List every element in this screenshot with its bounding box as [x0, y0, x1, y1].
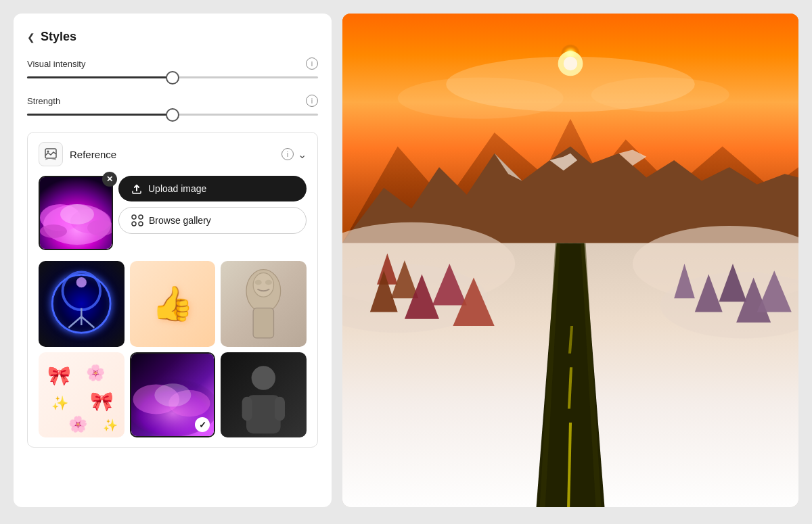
- visual-intensity-fill: [27, 76, 173, 78]
- gallery-item-3[interactable]: [221, 261, 307, 347]
- gallery-image-person-dark: [221, 352, 307, 438]
- visual-intensity-track[interactable]: [27, 76, 318, 78]
- visual-intensity-info-icon[interactable]: i: [306, 57, 318, 70]
- svg-point-22: [265, 280, 272, 285]
- svg-point-32: [154, 383, 191, 406]
- purple-clouds-svg: [40, 177, 113, 250]
- selected-reference-image: [39, 176, 113, 250]
- reference-image-icon: [44, 147, 58, 161]
- reference-controls: i ⌄: [281, 148, 307, 161]
- gallery-item-5[interactable]: ✓: [130, 352, 216, 438]
- svg-point-33: [252, 366, 275, 389]
- gallery-image-sculpture: [221, 261, 307, 347]
- selected-image-container: ✕: [39, 176, 113, 250]
- browse-gallery-button[interactable]: Browse gallery: [118, 207, 307, 234]
- visual-intensity-thumb[interactable]: [166, 71, 179, 85]
- right-panel: [342, 14, 798, 507]
- gallery-grid: 👍: [39, 261, 307, 437]
- svg-point-1: [47, 151, 49, 153]
- svg-point-6: [60, 204, 94, 224]
- svg-text:🎀: 🎀: [90, 390, 114, 412]
- visual-intensity-section: Visual intensity i: [27, 57, 318, 78]
- svg-text:🎀: 🎀: [47, 364, 71, 387]
- browse-gallery-label: Browse gallery: [149, 215, 211, 226]
- svg-point-12: [139, 222, 143, 226]
- svg-point-10: [139, 215, 143, 219]
- gallery-item-2[interactable]: 👍: [130, 261, 216, 347]
- purple-clouds-preview: [40, 177, 112, 249]
- styles-header: ❮ Styles: [27, 30, 318, 44]
- confetti-svg: 🎀 🌸 ✨ 🎀 🌸 ✨: [39, 352, 125, 438]
- images-row: ✕ Upload image: [39, 176, 307, 250]
- collapse-icon[interactable]: ❮: [27, 32, 35, 43]
- browse-gallery-icon: [131, 214, 143, 227]
- upload-image-button[interactable]: Upload image: [118, 176, 307, 201]
- svg-point-19: [253, 273, 273, 297]
- svg-point-11: [132, 222, 136, 226]
- svg-text:🌸: 🌸: [86, 363, 106, 382]
- reference-box: Reference i ⌄: [27, 132, 318, 448]
- app-container: ❮ Styles Visual intensity i Strength i: [0, 0, 812, 524]
- strength-thumb[interactable]: [166, 108, 179, 122]
- strength-label: Strength: [27, 96, 60, 106]
- svg-rect-35: [242, 397, 252, 421]
- gallery-image-neon-dancer: [39, 261, 125, 347]
- upload-image-label: Upload image: [148, 183, 206, 194]
- reference-chevron-icon[interactable]: ⌄: [298, 148, 307, 161]
- action-buttons: Upload image Browse gallery: [118, 176, 307, 234]
- upload-icon: [131, 183, 143, 195]
- svg-point-9: [132, 215, 136, 219]
- svg-text:✨: ✨: [51, 395, 69, 412]
- visual-intensity-label: Visual intensity: [27, 59, 85, 69]
- strength-track[interactable]: [27, 114, 318, 116]
- main-preview-image: [342, 14, 798, 507]
- person-dark-svg: [221, 352, 307, 438]
- svg-rect-36: [275, 397, 285, 421]
- remove-image-button[interactable]: ✕: [102, 172, 117, 187]
- svg-rect-20: [253, 308, 273, 338]
- reference-info-icon[interactable]: i: [281, 148, 294, 160]
- svg-point-7: [40, 224, 67, 238]
- left-panel: ❮ Styles Visual intensity i Strength i: [14, 14, 332, 507]
- gallery-item-6[interactable]: [221, 352, 307, 438]
- strength-label-row: Strength i: [27, 95, 318, 107]
- reference-label: Reference: [70, 149, 275, 160]
- strength-fill: [27, 114, 173, 116]
- visual-intensity-label-row: Visual intensity i: [27, 57, 318, 70]
- svg-text:🌸: 🌸: [68, 414, 88, 433]
- reference-header: Reference i ⌄: [39, 142, 307, 166]
- sculpture-svg: [221, 261, 307, 347]
- strength-section: Strength i: [27, 95, 318, 116]
- svg-text:✨: ✨: [103, 418, 118, 433]
- neon-ring: [51, 274, 112, 334]
- svg-point-21: [255, 280, 262, 285]
- road-line: [568, 236, 573, 508]
- gallery-item-1[interactable]: [39, 261, 125, 347]
- reference-icon-box: [39, 142, 63, 166]
- gallery-item-4[interactable]: 🎀 🌸 ✨ 🎀 🌸 ✨: [39, 352, 125, 438]
- styles-title: Styles: [41, 30, 76, 44]
- gallery-image-confetti: 🎀 🌸 ✨ 🎀 🌸 ✨: [39, 352, 125, 438]
- gallery-image-thumbs-up: 👍: [130, 261, 216, 347]
- strength-info-icon[interactable]: i: [306, 95, 318, 107]
